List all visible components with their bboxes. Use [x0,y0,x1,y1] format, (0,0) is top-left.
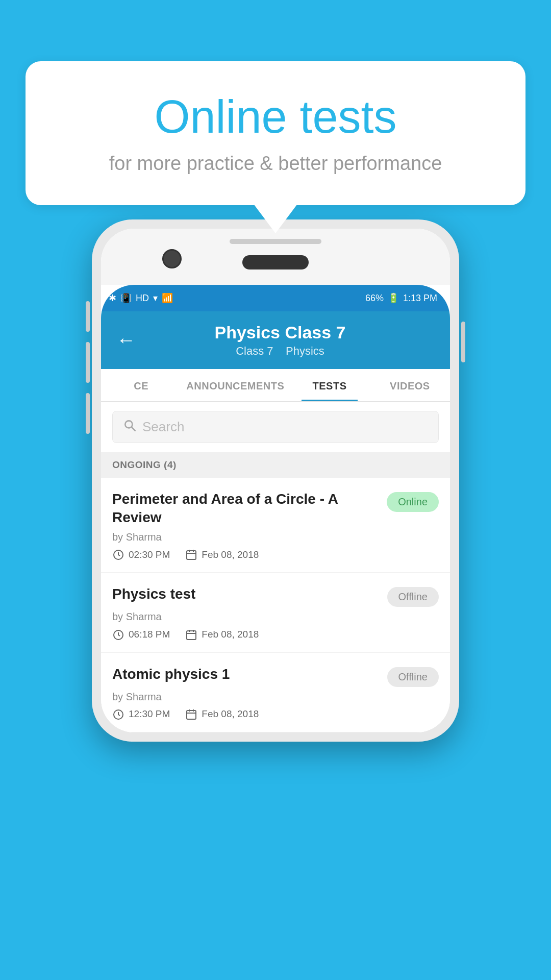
section-header: ONGOING (4) [101,452,450,478]
date-meta: Feb 08, 2018 [185,708,259,721]
svg-rect-3 [187,551,196,559]
wifi-icon: ▾ [153,292,158,304]
hd-label: HD [136,293,149,304]
calendar-icon [185,628,197,641]
speech-bubble-title: Online tests [56,92,495,142]
speech-bubble-container: Online tests for more practice & better … [26,61,525,205]
test-item[interactable]: Physics test Offline by Sharma [101,573,450,652]
test-time: 12:30 PM [129,708,170,720]
tab-ce[interactable]: CE [101,369,181,401]
sensor-bar [230,239,321,244]
test-date: Feb 08, 2018 [202,629,259,640]
date-meta: Feb 08, 2018 [185,548,259,561]
test-date: Feb 08, 2018 [202,708,259,720]
phone-screen: ✱ 📳 HD ▾ 📶 66% 🔋 1:13 PM ← Physics Class… [101,229,450,732]
test-meta: 06:18 PM Feb 08, 201 [112,628,439,641]
search-placeholder-text: Search [142,419,184,435]
subject-label: Physics [286,345,324,357]
svg-rect-13 [187,710,196,719]
status-badge: Offline [387,587,439,607]
status-bar: ✱ 📳 HD ▾ 📶 66% 🔋 1:13 PM [101,285,450,311]
test-author: by Sharma [112,691,439,703]
test-item-header: Atomic physics 1 Offline [112,665,439,687]
clock-icon [112,708,124,721]
test-author: by Sharma [112,531,439,543]
time-meta: 02:30 PM [112,548,170,561]
tabs-bar: CE ANNOUNCEMENTS TESTS VIDEOS [101,369,450,402]
test-title: Physics test [112,585,380,603]
speech-bubble: Online tests for more practice & better … [26,61,525,205]
tab-videos[interactable]: VIDEOS [370,369,450,401]
tab-announcements[interactable]: ANNOUNCEMENTS [181,369,289,401]
class-label: Class 7 [236,345,273,357]
svg-rect-8 [187,631,196,640]
test-date: Feb 08, 2018 [202,549,259,560]
time-display: 1:13 PM [403,293,437,304]
test-item-header: Perimeter and Area of a Circle - A Revie… [112,490,439,527]
battery-percent: 66% [365,293,384,304]
mute-button [86,301,90,332]
svg-line-1 [132,427,135,431]
test-item-header: Physics test Offline [112,585,439,607]
test-item[interactable]: Atomic physics 1 Offline by Sharma [101,653,450,732]
speaker [242,255,309,270]
test-title: Atomic physics 1 [112,665,380,683]
app-header: ← Physics Class 7 Class 7 Physics [101,311,450,369]
screen-content: ✱ 📳 HD ▾ 📶 66% 🔋 1:13 PM ← Physics Class… [101,285,450,732]
test-meta: 12:30 PM Feb 08, 201 [112,708,439,721]
camera [162,249,182,268]
phone-outer: ✱ 📳 HD ▾ 📶 66% 🔋 1:13 PM ← Physics Class… [92,219,459,742]
status-bar-left: ✱ 📳 HD ▾ 📶 [109,292,361,304]
status-badge: Online [387,492,439,512]
calendar-icon [185,708,197,721]
battery-icon: 🔋 [388,292,399,304]
clock-icon [112,548,124,561]
tab-tests[interactable]: TESTS [289,369,369,401]
test-time: 06:18 PM [129,629,170,640]
volume-down-button [86,393,90,434]
test-title: Perimeter and Area of a Circle - A Revie… [112,490,379,527]
phone-mockup: ✱ 📳 HD ▾ 📶 66% 🔋 1:13 PM ← Physics Class… [92,219,459,742]
speech-bubble-subtitle: for more practice & better performance [56,153,495,175]
search-bar-container: Search [101,402,450,452]
search-icon [123,419,136,435]
clock-icon [112,628,124,641]
volume-up-button [86,342,90,383]
test-author: by Sharma [112,611,439,623]
date-meta: Feb 08, 2018 [185,628,259,641]
test-item[interactable]: Perimeter and Area of a Circle - A Revie… [101,478,450,573]
page-subtitle: Class 7 Physics [146,345,414,358]
calendar-icon [185,548,197,561]
search-bar[interactable]: Search [112,411,439,443]
bluetooth-icon: ✱ [109,292,116,304]
status-badge: Offline [387,667,439,687]
time-meta: 12:30 PM [112,708,170,721]
header-title-block: Physics Class 7 Class 7 Physics [146,323,414,358]
test-meta: 02:30 PM Feb 08, 201 [112,548,439,561]
power-button [461,322,465,362]
vibrate-icon: 📳 [120,292,132,304]
signal-icon: 📶 [162,292,173,304]
back-button[interactable]: ← [116,329,136,351]
test-time: 02:30 PM [129,549,170,560]
time-meta: 06:18 PM [112,628,170,641]
page-title: Physics Class 7 [146,323,414,342]
